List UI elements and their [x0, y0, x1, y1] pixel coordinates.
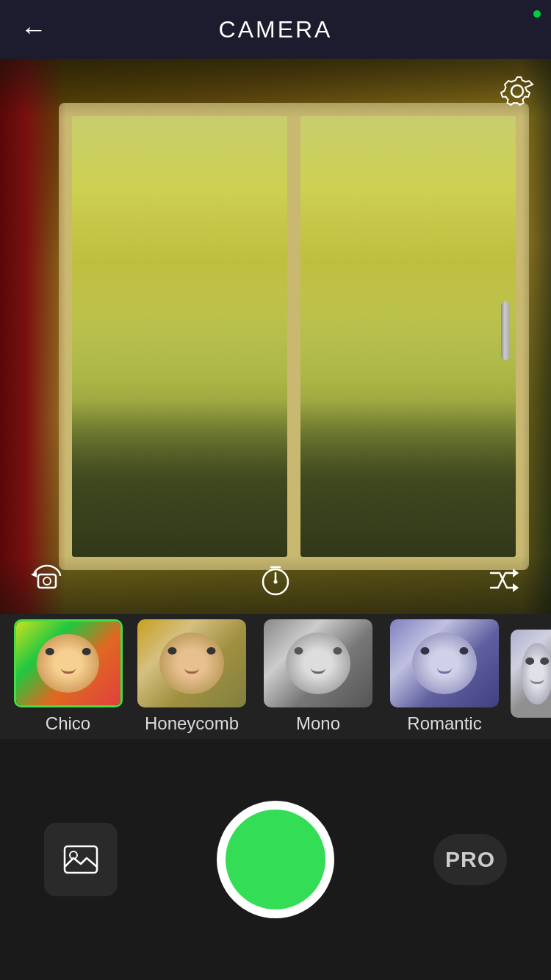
filter-mono-label: Mono — [296, 713, 340, 734]
window-pane-right — [300, 116, 516, 557]
filter-chico-thumb — [14, 619, 123, 707]
filter-fifth[interactable] — [508, 630, 551, 724]
viewfinder-controls — [0, 560, 551, 601]
filter-romantic-label: Romantic — [407, 713, 481, 734]
timer-button[interactable] — [255, 560, 296, 601]
pro-button[interactable]: PRO — [433, 834, 507, 885]
gallery-button[interactable] — [44, 823, 118, 896]
viewfinder[interactable] — [0, 59, 551, 614]
curtain-decoration — [0, 59, 66, 614]
filter-chico[interactable]: Chico — [7, 619, 129, 734]
filter-honeycomb-thumb — [137, 619, 246, 707]
window-frame — [59, 103, 529, 570]
filter-strip: Chico Honeycomb Mono Romantic — [0, 614, 551, 739]
filter-chico-label: Chico — [46, 713, 90, 734]
filter-romantic-thumb — [390, 619, 499, 707]
camera-preview — [0, 59, 551, 614]
filter-fifth-thumb — [511, 630, 551, 718]
gear-icon — [500, 74, 534, 111]
header: ← CAMERA — [0, 0, 551, 59]
filter-honeycomb-label: Honeycomb — [145, 713, 239, 734]
svg-point-2 — [43, 577, 51, 585]
filter-romantic[interactable]: Romantic — [381, 619, 508, 734]
flip-camera-button[interactable] — [26, 560, 68, 601]
bottom-bar: PRO — [0, 739, 551, 980]
svg-rect-1 — [38, 574, 56, 588]
gallery-icon — [60, 839, 101, 880]
window-pane-left — [72, 116, 287, 557]
capture-button[interactable] — [217, 801, 334, 918]
back-button[interactable]: ← — [21, 14, 47, 45]
svg-point-4 — [274, 580, 278, 584]
page-title: CAMERA — [219, 16, 333, 43]
svg-rect-7 — [65, 846, 97, 873]
shuffle-button[interactable] — [483, 560, 525, 601]
filter-honeycomb[interactable]: Honeycomb — [129, 619, 255, 734]
settings-button[interactable] — [498, 73, 536, 112]
window-handle — [501, 301, 510, 360]
vignette-right — [522, 59, 551, 614]
filter-mono[interactable]: Mono — [255, 619, 381, 734]
svg-marker-6 — [513, 583, 519, 592]
pro-label: PRO — [445, 847, 495, 872]
vignette-top — [0, 59, 551, 118]
status-dot — [533, 10, 541, 18]
svg-marker-5 — [513, 569, 519, 577]
filter-mono-thumb — [264, 619, 372, 707]
capture-inner — [226, 810, 325, 909]
